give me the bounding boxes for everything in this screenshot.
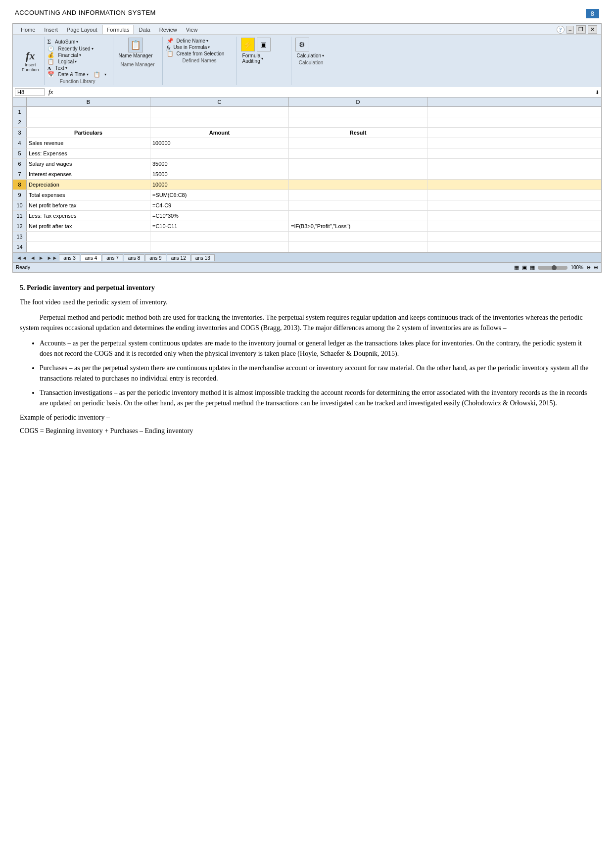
minimize-icon[interactable]: –: [567, 26, 574, 34]
cell-d8[interactable]: [289, 180, 427, 190]
page-header: ACCOUNTING AND INFORMATION SYSTEM 8: [0, 0, 614, 23]
sheet-tab-ans3[interactable]: ans 3: [59, 254, 80, 261]
name-manager-button[interactable]: 📋 Name Manager: [117, 38, 154, 59]
insert-function-label2[interactable]: Function: [22, 67, 39, 72]
tab-page-layout[interactable]: Page Layout: [63, 25, 101, 34]
sheet-tab-ans13[interactable]: ans 13: [191, 254, 215, 261]
logical-button[interactable]: Logical ▾: [57, 58, 79, 65]
tab-review[interactable]: Review: [155, 25, 181, 34]
cell-b1[interactable]: [27, 107, 150, 117]
name-manager-label[interactable]: Name Manager: [117, 52, 154, 59]
cell-b12[interactable]: Net profit after tax: [27, 221, 150, 231]
cell-c3[interactable]: Amount: [150, 128, 289, 138]
cell-b4[interactable]: Sales revenue: [27, 138, 150, 148]
help-icon[interactable]: ?: [557, 26, 565, 34]
zoom-slider[interactable]: [538, 266, 567, 270]
cell-d6[interactable]: [289, 159, 427, 169]
cell-b14[interactable]: [27, 242, 150, 252]
cell-d3[interactable]: Result: [289, 128, 427, 138]
cell-c9[interactable]: =SUM(C6:C8): [150, 190, 289, 200]
tab-data[interactable]: Data: [135, 25, 154, 34]
cell-c6[interactable]: 35000: [150, 159, 289, 169]
col-header-b[interactable]: B: [27, 97, 150, 106]
cell-d14[interactable]: [289, 242, 427, 252]
restore-icon[interactable]: ❐: [576, 25, 586, 34]
close-icon[interactable]: ✕: [588, 25, 597, 34]
cell-c5[interactable]: [150, 148, 289, 158]
cell-b7[interactable]: Interest expenses: [27, 169, 150, 179]
zoom-minus-button[interactable]: ⊖: [586, 264, 591, 271]
autosum-button[interactable]: AutoSum ▾: [53, 39, 80, 45]
cell-d4[interactable]: [289, 138, 427, 148]
cell-c2[interactable]: [150, 117, 289, 127]
sheet-nav-next[interactable]: ►: [37, 255, 46, 261]
cell-d9[interactable]: [289, 190, 427, 200]
cell-reference-input[interactable]: [15, 88, 45, 96]
cell-c14[interactable]: [150, 242, 289, 252]
cell-b11[interactable]: Less: Tax expenses: [27, 211, 150, 221]
cell-c11[interactable]: =C10*30%: [150, 211, 289, 221]
calculation-label: Calculation: [295, 60, 327, 65]
cell-d7[interactable]: [289, 169, 427, 179]
table-row: 9 Total expenses =SUM(C6:C8): [13, 190, 601, 200]
sheet-tabs-bar: ◄◄ ◄ ► ►► ans 3 ans 4 ans 7 ans 8 ans 9 …: [13, 252, 601, 262]
sheet-tab-ans12[interactable]: ans 12: [167, 254, 190, 261]
tab-home[interactable]: Home: [17, 25, 39, 34]
sheet-tab-ans8[interactable]: ans 8: [124, 254, 144, 261]
sheet-nav-prev[interactable]: ◄: [29, 255, 37, 261]
cell-d11[interactable]: [289, 211, 427, 221]
tab-formulas[interactable]: Formulas: [102, 25, 134, 34]
expand-formula-bar-button[interactable]: ⬇: [595, 90, 599, 95]
recently-used-button[interactable]: Recently Used ▾: [57, 46, 95, 52]
col-header-d[interactable]: D: [289, 97, 427, 106]
create-from-selection-button[interactable]: Create from Selection: [175, 50, 226, 57]
formula-auditing-button[interactable]: FormulaAuditing ▾: [241, 52, 287, 64]
cell-c13[interactable]: [150, 232, 289, 241]
sheet-nav-last[interactable]: ►►: [46, 255, 59, 261]
cell-c10[interactable]: =C4-C9: [150, 200, 289, 210]
cell-c1[interactable]: [150, 107, 289, 117]
text-button[interactable]: Text ▾: [53, 65, 68, 71]
use-in-formula-button[interactable]: Use in Formula ▾: [172, 44, 212, 50]
zoom-plus-button[interactable]: ⊕: [594, 264, 598, 271]
sheet-tab-ans4[interactable]: ans 4: [81, 254, 101, 261]
datetime-button[interactable]: Date & Time ▾: [57, 71, 90, 78]
sheet-nav-first[interactable]: ◄◄: [15, 255, 29, 261]
defined-names-group: 📌 Define Name ▾ fx Use in Formula ▾ 📋 Cr…: [163, 37, 237, 85]
calculation-button[interactable]: Calculation ▾: [295, 52, 327, 59]
formula-input[interactable]: [57, 89, 593, 95]
define-name-button[interactable]: Define Name ▾: [175, 38, 210, 44]
financial-button[interactable]: Financial ▾: [57, 52, 83, 58]
tab-insert[interactable]: Insert: [40, 25, 62, 34]
cell-c8[interactable]: 10000: [150, 180, 289, 190]
sheet-tab-ans7[interactable]: ans 7: [102, 254, 123, 261]
cell-b3[interactable]: Particulars: [27, 128, 150, 138]
cell-d10[interactable]: [289, 200, 427, 210]
cell-d13[interactable]: [289, 232, 427, 241]
cell-b9[interactable]: Total expenses: [27, 190, 150, 200]
cell-d5[interactable]: [289, 148, 427, 158]
cell-b6[interactable]: Salary and wages: [27, 159, 150, 169]
cell-c7[interactable]: 15000: [150, 169, 289, 179]
cell-b13[interactable]: [27, 232, 150, 241]
view-page-layout-button[interactable]: ▣: [522, 264, 527, 271]
cell-b10[interactable]: Net profit before tax: [27, 200, 150, 210]
cell-b5[interactable]: Less: Expenses: [27, 148, 150, 158]
view-normal-button[interactable]: ▦: [514, 264, 519, 271]
sheet-tab-ans9[interactable]: ans 9: [145, 254, 166, 261]
insert-function-group: fx Insert Function: [17, 37, 45, 85]
bullet-list: Accounts – as per the perpetual system c…: [40, 338, 594, 408]
view-page-break-button[interactable]: ▦: [530, 264, 535, 271]
cell-d1[interactable]: [289, 107, 427, 117]
cell-c12[interactable]: =C10-C11: [150, 221, 289, 231]
cell-b8[interactable]: Depreciation: [27, 180, 150, 190]
insert-function-label1[interactable]: Insert: [25, 62, 36, 67]
cell-d12[interactable]: =IF(B3>0,"Profit","Loss"): [289, 221, 427, 231]
tab-view[interactable]: View: [182, 25, 202, 34]
cell-b2[interactable]: [27, 117, 150, 127]
cell-c4[interactable]: 100000: [150, 138, 289, 148]
col-header-c[interactable]: C: [150, 97, 289, 106]
zoom-slider-handle[interactable]: [552, 265, 557, 270]
cell-d2[interactable]: [289, 117, 427, 127]
more-functions-button[interactable]: ▾: [103, 72, 108, 77]
